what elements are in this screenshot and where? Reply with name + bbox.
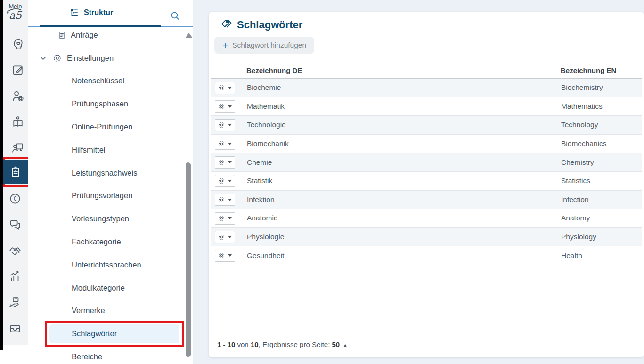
cell-bezeichnung-en: Chemistry	[561, 158, 594, 167]
row-actions-button[interactable]	[215, 100, 235, 113]
column-header-en: Bezeichnung EN	[561, 66, 616, 74]
sidebar-item-8[interactable]: Vorlesungstypen	[28, 207, 193, 230]
column-header-de: Bezeichnung DE	[246, 66, 302, 74]
brand-logo-text: a5	[9, 10, 22, 21]
sidebar-item-14[interactable]: Bereiche	[28, 345, 193, 364]
chevron-down-icon[interactable]	[39, 54, 48, 63]
cell-bezeichnung-de: Biochemie	[247, 83, 281, 92]
cell-bezeichnung-de: Technologie	[247, 121, 286, 129]
cell-bezeichnung-de: Infektion	[247, 195, 275, 204]
plus-icon: +	[222, 40, 228, 50]
handshake-icon[interactable]	[8, 244, 22, 257]
sidebar-item-einstellungen[interactable]: Einstellungen	[28, 47, 193, 70]
scrollbar-thumb[interactable]	[186, 162, 191, 357]
gear-icon	[218, 84, 225, 91]
cell-bezeichnung-en: Statistics	[561, 177, 590, 185]
footer-divider	[214, 335, 644, 335]
sidebar-nav: Anträge Einstellungen NotenschlüsselPrüf…	[28, 27, 193, 364]
table-row: MathematikMathematics	[211, 97, 642, 116]
tags-icon	[220, 18, 233, 31]
sidebar-tabbar: Struktur	[28, 0, 193, 27]
caret-down-icon	[228, 199, 232, 201]
table-header: Bezeichnung DE Bezeichnung EN	[211, 64, 642, 79]
table-row: StatistikStatistics	[211, 172, 642, 191]
sidebar-item-3[interactable]: Prüfungsphasen	[28, 92, 193, 115]
page-title: Schlagwörter	[237, 19, 302, 31]
presentation-icon[interactable]	[11, 141, 24, 154]
row-actions-button[interactable]	[215, 212, 235, 225]
caret-down-icon	[228, 87, 232, 89]
row-actions-button[interactable]	[215, 194, 235, 206]
row-actions-button[interactable]	[215, 82, 235, 94]
gear-icon	[218, 178, 225, 185]
sidebar-item-5[interactable]: Hilfsmittel	[28, 138, 193, 162]
caret-down-icon	[228, 180, 232, 182]
cell-bezeichnung-en: Anatomy	[561, 214, 590, 222]
caret-down-icon	[228, 254, 232, 257]
course-book-icon[interactable]	[11, 115, 24, 129]
caret-up-icon[interactable]: ▲	[342, 342, 348, 348]
cell-bezeichnung-en: Mathematics	[561, 102, 603, 111]
row-actions-button[interactable]	[215, 250, 235, 262]
chat-icon[interactable]	[8, 218, 22, 231]
mind-icon[interactable]	[11, 38, 24, 51]
graduation-swoosh-icon	[6, 8, 23, 14]
table-row: AnatomieAnatomy	[211, 209, 642, 228]
gear-icon	[218, 103, 225, 110]
sidebar-item-12[interactable]: Vermerke	[28, 299, 193, 323]
cell-bezeichnung-en: Biochemistry	[561, 83, 603, 92]
gear-icon	[218, 252, 225, 259]
sidebar-item-label: Anträge	[71, 31, 98, 40]
sidebar-item-7[interactable]: Prüfungsvorlagen	[28, 185, 193, 208]
cell-bezeichnung-de: Statistik	[247, 177, 272, 185]
document-icon	[57, 31, 66, 40]
cell-bezeichnung-en: Biomechanics	[561, 139, 607, 148]
user-settings-icon[interactable]	[11, 89, 24, 103]
sidebar-item-11[interactable]: Modulkategorie	[28, 276, 193, 299]
caret-down-icon	[228, 143, 232, 145]
pagination-of: von	[237, 340, 249, 348]
sidebar-item-antraege[interactable]: Anträge	[28, 27, 193, 47]
euro-icon[interactable]: €	[8, 192, 22, 205]
cell-bezeichnung-en: Infection	[561, 195, 589, 204]
cell-bezeichnung-de: Anatomie	[247, 214, 277, 222]
row-actions-button[interactable]	[215, 156, 235, 169]
tab-struktur[interactable]: Struktur	[70, 8, 113, 17]
table-row: ChemieChemistry	[211, 153, 642, 172]
structure-sidebar: Struktur Anträge	[28, 0, 193, 364]
clipboard-check-icon[interactable]	[3, 160, 28, 184]
inbox-icon[interactable]	[8, 322, 22, 335]
sidebar-item-2[interactable]: Notenschlüssel	[28, 70, 193, 93]
app-logo[interactable]: Mein a5	[3, 3, 28, 21]
scrollbar-up-arrow[interactable]	[185, 33, 193, 38]
caret-down-icon	[228, 236, 232, 238]
sidebar-item-4[interactable]: Online-Prüfungen	[28, 115, 193, 138]
cell-bezeichnung-de: Physiologie	[247, 233, 284, 241]
row-actions-button[interactable]	[215, 175, 235, 187]
row-actions-button[interactable]	[215, 138, 235, 150]
row-actions-button[interactable]	[215, 119, 235, 131]
selected-item-pill[interactable]: Schlagwörter	[49, 324, 179, 343]
svg-text:€: €	[13, 195, 16, 202]
pagination-total: 10	[251, 340, 259, 348]
sidebar-item-9[interactable]: Fachkategorie	[28, 230, 193, 253]
sidebar-item-13[interactable]: Schlagwörter	[28, 322, 193, 345]
cell-bezeichnung-de: Mathematik	[247, 102, 285, 111]
table-row: GesundheitHealth	[211, 246, 642, 265]
gear-icon	[218, 215, 225, 222]
row-actions-button[interactable]	[215, 231, 235, 243]
pagination: 1 - 10 von 10, Ergebnisse pro Seite: 50 …	[217, 340, 348, 348]
pagination-range: 1 - 10	[217, 340, 235, 348]
caret-down-icon	[228, 105, 232, 108]
cell-bezeichnung-de: Chemie	[247, 158, 272, 167]
compose-icon[interactable]	[11, 64, 24, 77]
sidebar-item-10[interactable]: Unterrichtssprachen	[28, 253, 193, 276]
tab-label: Struktur	[84, 8, 113, 17]
statistics-icon[interactable]	[8, 270, 22, 283]
gear-icon	[218, 121, 225, 129]
search-icon[interactable]	[170, 10, 181, 22]
add-schlagwort-button[interactable]: + Schlagwort hinzufügen	[214, 37, 314, 54]
sidebar-item-6[interactable]: Leistungsnachweis	[28, 162, 193, 185]
table-body: BiochemieBiochemistry MathematikMathemat…	[211, 79, 642, 265]
hand-box-icon[interactable]	[8, 296, 22, 309]
